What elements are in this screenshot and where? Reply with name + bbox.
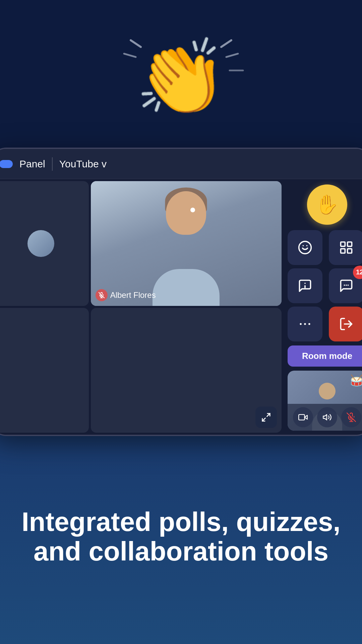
svg-rect-14 <box>348 242 352 246</box>
raise-hand-button[interactable]: ✋ <box>307 184 347 225</box>
svg-line-2 <box>221 40 231 47</box>
albert-body <box>153 269 220 306</box>
svg-point-22 <box>304 323 306 325</box>
youtube-tab[interactable]: YouTube v <box>59 158 107 170</box>
albert-video-bg <box>91 181 282 306</box>
svg-point-19 <box>346 284 347 286</box>
svg-point-18 <box>344 284 345 286</box>
avatar-small <box>27 230 54 257</box>
svg-point-21 <box>300 323 302 325</box>
tab-pill-blue[interactable] <box>0 160 13 168</box>
top-section: 👏 <box>0 0 362 154</box>
leave-button[interactable] <box>329 307 362 341</box>
self-preview: 🥁 <box>288 371 362 431</box>
svg-point-23 <box>308 323 310 325</box>
device-section: Panel YouTube v <box>0 154 362 429</box>
page: 👏 Panel YouTube v <box>0 0 362 644</box>
earphone <box>190 208 195 212</box>
svg-marker-26 <box>323 415 327 420</box>
emoji-button[interactable] <box>288 230 322 265</box>
video-cell-bottomright <box>91 308 282 433</box>
self-mic-button[interactable] <box>341 407 361 427</box>
video-cell-topleft <box>0 181 89 306</box>
self-camera-button[interactable] <box>293 407 313 427</box>
room-mode-button[interactable]: Room mode <box>288 345 362 367</box>
albert-name: Albert Flores <box>110 290 156 300</box>
chat-button[interactable]: 12 <box>329 268 362 303</box>
device-frame: Panel YouTube v <box>0 148 362 436</box>
svg-line-3 <box>226 54 238 57</box>
svg-rect-15 <box>341 249 345 253</box>
svg-line-1 <box>124 54 136 57</box>
name-label-albert: Albert Flores <box>96 289 156 301</box>
mic-off-icon <box>96 289 108 301</box>
bottom-headline: Integrated polls, quizzes, and collabora… <box>20 507 342 566</box>
app-ui: Panel YouTube v <box>0 149 362 435</box>
svg-line-0 <box>131 40 141 47</box>
main-content: Albert Flores <box>0 179 362 435</box>
more-button[interactable] <box>288 307 322 341</box>
albert-head <box>166 191 206 235</box>
right-panel: ✋ <box>284 179 362 435</box>
self-head <box>319 383 336 399</box>
svg-point-10 <box>299 241 311 254</box>
svg-rect-13 <box>341 242 345 246</box>
qa-button[interactable] <box>288 268 322 303</box>
drum-icon: 🥁 <box>350 374 362 387</box>
top-bar: Panel YouTube v <box>0 149 362 179</box>
clap-emoji: 👏 <box>135 40 227 114</box>
expand-button[interactable] <box>255 407 277 428</box>
video-grid: Albert Flores <box>0 179 284 435</box>
layout-button[interactable] <box>329 230 362 265</box>
self-controls <box>288 404 362 431</box>
video-cell-albert: Albert Flores <box>91 181 282 306</box>
topbar-divider <box>52 157 53 171</box>
self-audio-button[interactable] <box>317 407 337 427</box>
svg-point-20 <box>348 284 349 286</box>
svg-rect-16 <box>348 249 352 253</box>
chat-badge: 12 <box>353 266 362 279</box>
raise-hand-emoji: ✋ <box>315 194 339 216</box>
video-cell-bottomleft <box>0 308 89 433</box>
svg-rect-25 <box>299 415 305 420</box>
bottom-section: Integrated polls, quizzes, and collabora… <box>0 429 362 644</box>
icon-grid: 12 <box>288 230 362 341</box>
panel-tab[interactable]: Panel <box>19 158 45 170</box>
